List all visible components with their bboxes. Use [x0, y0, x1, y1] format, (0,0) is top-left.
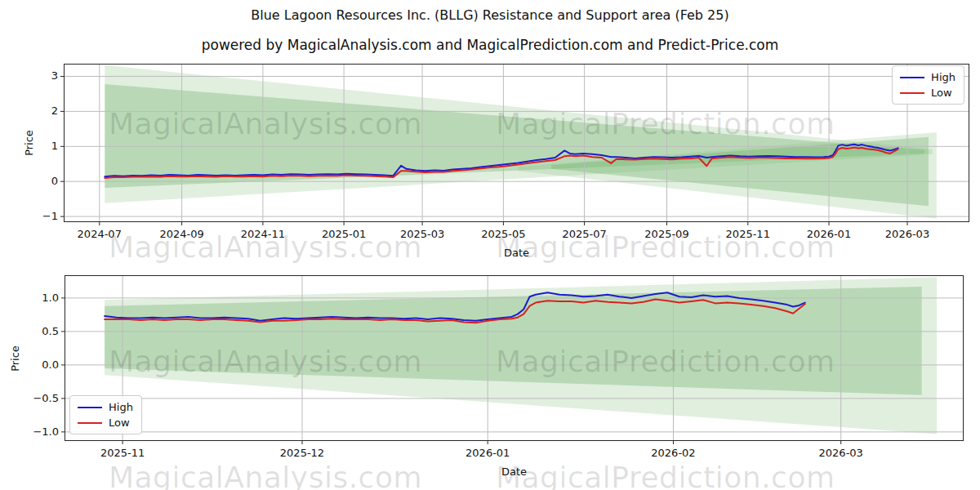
legend-line-sample-low: [78, 422, 102, 424]
y-tick-label: 1: [16, 140, 58, 152]
y-tick-label: 0: [16, 175, 58, 187]
x-tick-label: 2024-11: [230, 228, 296, 240]
legend-line-sample-low: [900, 92, 924, 94]
bands-layer: [105, 278, 937, 434]
figure-canvas: Blue Lagoon Resources Inc. (BLLG) Resist…: [0, 0, 980, 490]
legend-entry-low: Low: [78, 416, 133, 429]
x-tick-label: 2025-03: [390, 228, 455, 240]
x-tick-label: 2025-11: [90, 447, 155, 459]
watermark-text: MagicalAnalysis.com: [109, 463, 422, 490]
y-tick-label: 3: [16, 69, 58, 82]
x-tick-label: 2024-07: [67, 228, 132, 240]
legend-detail: HighLow: [69, 395, 142, 434]
axis-label-date: Date: [476, 247, 558, 259]
legend-overview: HighLow: [892, 65, 964, 105]
x-tick-label: 2026-01: [455, 447, 520, 459]
y-tick-label: −1: [16, 210, 58, 222]
y-tick-label: −0.5: [16, 392, 59, 404]
x-tick-label: 2026-02: [640, 447, 706, 459]
axis-label-price: Price: [23, 106, 36, 180]
legend-label-high: High: [109, 401, 133, 413]
figure-title: Blue Lagoon Resources Inc. (BLLG) Resist…: [0, 7, 980, 23]
y-tick-label: 0.0: [16, 359, 59, 371]
x-tick-label: 2025-09: [635, 228, 700, 240]
x-tick-label: 2025-01: [311, 228, 376, 240]
x-tick-label: 2025-07: [552, 228, 617, 240]
legend-label-low: Low: [931, 87, 952, 99]
y-tick-label: 1.0: [16, 292, 59, 304]
legend-entry-high: High: [78, 401, 133, 413]
x-tick-label: 2026-03: [875, 228, 940, 240]
axis-label-price: Price: [9, 322, 22, 395]
x-tick-label: 2025-12: [270, 447, 335, 459]
legend-label-high: High: [931, 71, 956, 83]
legend-entry-high: High: [900, 71, 956, 83]
chart-overview: [64, 64, 969, 222]
legend-line-sample-high: [900, 77, 924, 78]
x-tick-label: 2024-09: [149, 228, 215, 240]
chart-detail: [65, 275, 964, 441]
y-tick-label: 2: [16, 105, 58, 117]
x-tick-label: 2025-05: [470, 228, 536, 240]
figure-subtitle: powered by MagicalAnalysis.com and Magic…: [0, 37, 980, 53]
bands-layer: [105, 65, 937, 219]
y-tick-label: −1.0: [16, 425, 59, 438]
axis-label-date: Date: [474, 466, 555, 478]
legend-label-low: Low: [109, 416, 130, 429]
x-tick-label: 2025-11: [715, 228, 781, 240]
y-tick-label: 0.5: [16, 325, 59, 337]
legend-line-sample-high: [78, 407, 102, 408]
x-tick-label: 2026-01: [796, 228, 862, 240]
x-tick-label: 2026-03: [808, 447, 874, 459]
legend-entry-low: Low: [900, 87, 956, 99]
